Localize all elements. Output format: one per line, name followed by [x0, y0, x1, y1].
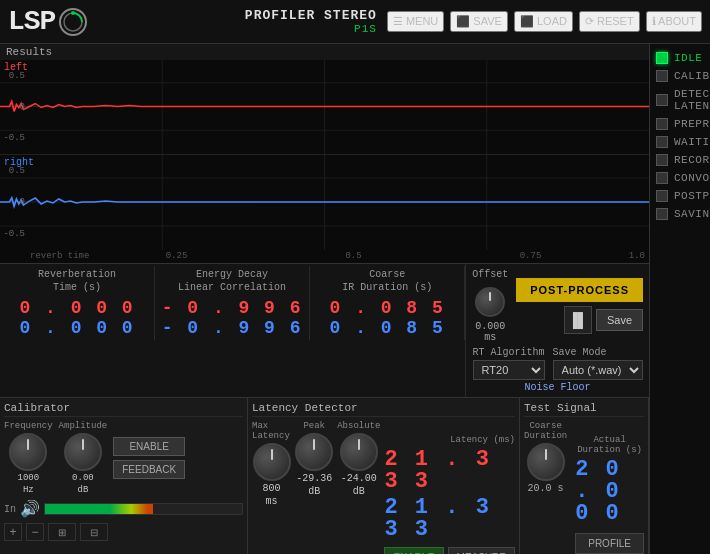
- paste-button[interactable]: ⊟: [80, 523, 108, 541]
- speaker-icon: 🔊: [20, 499, 40, 519]
- header-title: PROFILER STEREO P1S: [87, 8, 386, 35]
- right-waveform-svg: [0, 155, 649, 250]
- calibrating-label: CALIBRATING: [674, 70, 710, 82]
- post-process-button[interactable]: POST-PROCESS: [516, 278, 643, 302]
- freq-knob[interactable]: [9, 433, 47, 471]
- freq-knob-label: Frequency: [4, 421, 53, 431]
- save-mode-select[interactable]: Auto (*.wav): [553, 360, 643, 380]
- coarse-param: CoarseIR Duration (s) 0 . 0 8 5 0 . 0 8 …: [310, 266, 465, 340]
- recording-led: [656, 154, 668, 166]
- left-panel: Results left 0.5 0 -0.5: [0, 44, 650, 554]
- menu-button[interactable]: ☰ MENU: [387, 11, 444, 32]
- energy-label: Energy DecayLinear Correlation: [178, 268, 286, 294]
- test-signal-title: Test Signal: [524, 402, 644, 417]
- calibrator-controls: Frequency 1000 Hz Amplitude 0.00 dB ENAB…: [4, 421, 243, 495]
- profile-button[interactable]: PROFILE: [575, 533, 644, 554]
- waveform-icon-btn[interactable]: ▐▌: [564, 306, 592, 334]
- waiting-label: WAITING: [674, 136, 710, 148]
- results-label: Results: [6, 46, 52, 58]
- coarse-blue-value: 0 . 0 8 5: [330, 318, 445, 338]
- offset-knob[interactable]: [475, 287, 505, 317]
- amp-knob[interactable]: [64, 433, 102, 471]
- header-title-main: PROFILER STEREO: [87, 8, 376, 23]
- measure-button[interactable]: MEASURE: [448, 547, 515, 554]
- right-sidebar: IDLE CALIBRATING DETECTING LATENCY PREPR…: [650, 44, 710, 554]
- offset-value: 0.000 ms: [475, 321, 505, 343]
- latency-panel: Latency Detector Max Latency 800 ms Peak…: [248, 398, 520, 554]
- actual-duration-label: Actual Duration (s): [575, 435, 644, 455]
- right-chart-label: right: [4, 157, 34, 168]
- rt-algo-group: RT Algorithm RT20: [473, 347, 545, 380]
- right-chart: right 0.5 0 -0.5: [0, 155, 649, 250]
- left-chart-label: left: [4, 62, 28, 73]
- amp-knob-label: Amplitude: [59, 421, 108, 431]
- energy-param: Energy DecayLinear Correlation - 0 . 9 9…: [155, 266, 310, 340]
- absolute-group: Absolute -24.00 dB: [337, 421, 380, 497]
- feedback-button[interactable]: FEEDBACK: [113, 460, 185, 479]
- enable-cal-button[interactable]: ENABLE: [113, 437, 185, 456]
- save-mode-label: Save Mode: [553, 347, 643, 358]
- input-label: In: [4, 504, 16, 515]
- input-meter-bar: [44, 503, 243, 515]
- results-header: Results: [0, 44, 649, 60]
- peak-unit: dB: [308, 486, 320, 497]
- max-latency-knob[interactable]: [253, 443, 291, 481]
- peak-knob[interactable]: [295, 433, 333, 471]
- reverb-label: ReverberationTime (s): [38, 268, 116, 294]
- idle-led: [656, 52, 668, 64]
- energy-blue-value: - 0 . 9 9 6: [162, 318, 303, 338]
- offset-control-area: Offset 0.000 ms POST-PROCESS ▐▌: [465, 264, 649, 397]
- latency-enable-button[interactable]: ENABLE: [384, 547, 443, 554]
- logo: LSP: [8, 6, 87, 37]
- max-latency-label: Max Latency: [252, 421, 291, 441]
- max-latency-unit: ms: [266, 496, 278, 507]
- max-latency-group: Max Latency 800 ms: [252, 421, 291, 507]
- coarse-duration-knob[interactable]: [527, 443, 565, 481]
- absolute-value: -24.00: [341, 473, 377, 484]
- remove-button[interactable]: −: [26, 523, 44, 541]
- amp-value: 0.00: [72, 473, 94, 483]
- recording-label: RECORDING: [674, 154, 710, 166]
- preprocessing-led: [656, 118, 668, 130]
- latency-knobs-row: Max Latency 800 ms Peak -29.36 dB Absolu…: [252, 421, 515, 554]
- status-saving: SAVING: [656, 206, 710, 222]
- latency-title: Latency Detector: [252, 402, 515, 417]
- svg-point-2: [71, 11, 75, 15]
- about-button[interactable]: ℹ ABOUT: [646, 11, 702, 32]
- offset-label: Offset: [472, 268, 508, 281]
- detecting-label: DETECTING LATENCY: [674, 88, 710, 112]
- rt-algo-select[interactable]: RT20: [473, 360, 545, 380]
- save-mode-group: Save Mode Auto (*.wav): [553, 347, 643, 380]
- saving-label: SAVING: [674, 208, 710, 220]
- detecting-led: [656, 94, 668, 106]
- input-meter: In 🔊: [4, 499, 243, 519]
- idle-label: IDLE: [674, 52, 702, 64]
- save-nav-button[interactable]: ⬛ SAVE: [450, 11, 508, 32]
- actual-duration-group: Actual Duration (s) 2 0 . 0 0 0 PROFILE: [575, 421, 644, 554]
- max-latency-value: 800: [263, 483, 281, 494]
- copy-button[interactable]: ⊞: [48, 523, 76, 541]
- left-y-labels: 0.5 0 -0.5: [0, 60, 28, 154]
- reverb-param: ReverberationTime (s) 0 . 0 0 0 0 . 0 0 …: [0, 266, 155, 340]
- convolving-label: CONVOLVING: [674, 172, 710, 184]
- left-chart: left 0.5 0 -0.5: [0, 60, 649, 155]
- actual-duration-value: 2 0 . 0 0 0: [575, 459, 644, 525]
- reset-button[interactable]: ⟳ RESET: [579, 11, 640, 32]
- absolute-unit: dB: [353, 486, 365, 497]
- param-labels-row: ReverberationTime (s) 0 . 0 0 0 0 . 0 0 …: [0, 264, 465, 342]
- params-section: ReverberationTime (s) 0 . 0 0 0 0 . 0 0 …: [0, 264, 649, 398]
- peak-value: -29.36: [296, 473, 332, 484]
- action-buttons: POST-PROCESS ▐▌ Save: [516, 278, 643, 334]
- load-button[interactable]: ⬛ LOAD: [514, 11, 573, 32]
- add-button[interactable]: +: [4, 523, 22, 541]
- calibrator-title: Calibrator: [4, 402, 243, 417]
- logo-text: LSP: [8, 6, 55, 37]
- preprocessing-label: PREPROCESSING: [674, 118, 710, 130]
- latency-blue-value: 2 1 . 3 3 3: [384, 497, 515, 541]
- absolute-knob[interactable]: [340, 433, 378, 471]
- status-convolving: CONVOLVING: [656, 170, 710, 186]
- status-postprocessing: POSTPROCESSING: [656, 188, 710, 204]
- convolving-led: [656, 172, 668, 184]
- calibrator-panel: Calibrator Frequency 1000 Hz Amplitude 0…: [0, 398, 248, 554]
- save-button[interactable]: Save: [596, 309, 643, 331]
